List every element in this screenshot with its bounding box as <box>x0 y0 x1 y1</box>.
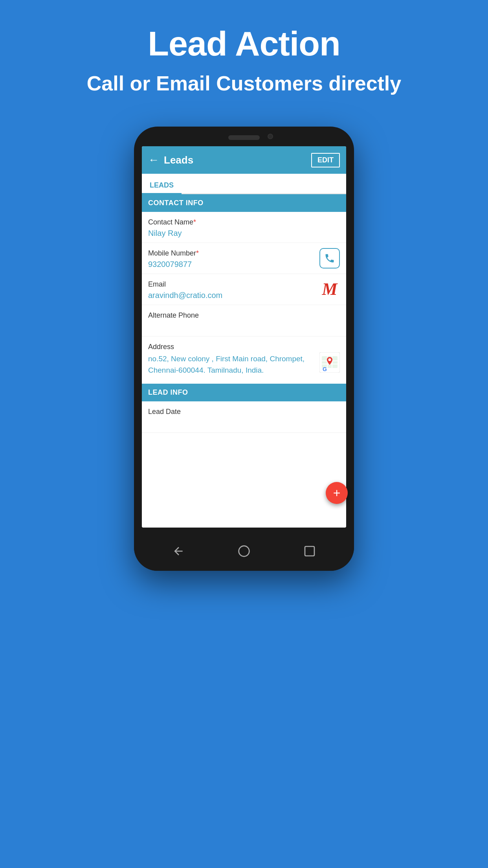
email-action[interactable]: M <box>319 279 340 300</box>
maps-action[interactable]: G <box>319 352 340 373</box>
mobile-number-field: Mobile Number* 9320079877 <box>142 243 346 274</box>
scroll-content: CONTACT INFO Contact Name* Nilay Ray Mob… <box>142 194 346 528</box>
email-field: Email aravindh@cratio.com M <box>142 274 346 305</box>
mobile-number-label: Mobile Number* <box>148 249 340 257</box>
nav-back-icon <box>172 545 185 557</box>
page-title: Lead Action <box>148 24 340 64</box>
fab-button[interactable]: + <box>326 482 348 504</box>
lead-info-header: LEAD INFO <box>142 384 346 401</box>
phone-screen: ← Leads EDIT LEADS CONTACT INFO Contact … <box>142 146 346 528</box>
phone-camera <box>268 134 273 139</box>
maps-icon[interactable]: G <box>319 352 340 373</box>
tabs-bar: LEADS <box>142 174 346 194</box>
svg-rect-9 <box>305 546 314 556</box>
app-bar-title: Leads <box>164 154 311 166</box>
edit-button[interactable]: EDIT <box>311 153 340 167</box>
email-label: Email <box>148 280 340 289</box>
alternate-phone-label: Alternate Phone <box>148 311 340 320</box>
phone-speaker <box>228 135 260 140</box>
plus-icon: + <box>333 486 341 500</box>
nav-home-button[interactable] <box>235 542 253 560</box>
call-button[interactable] <box>319 248 340 268</box>
address-field: Address no.52, New colony , First Main r… <box>142 337 346 384</box>
lead-date-label: Lead Date <box>148 408 340 416</box>
phone-device: ▾ ▮ 12:00 ← Leads EDIT LEADS CONTACT INF… <box>134 127 354 571</box>
contact-name-field: Contact Name* Nilay Ray <box>142 212 346 243</box>
app-bar: ← Leads EDIT <box>142 146 346 174</box>
contact-name-label: Contact Name* <box>148 218 340 226</box>
address-label: Address <box>148 343 340 351</box>
contact-name-value: Nilay Ray <box>148 229 340 238</box>
call-action[interactable] <box>319 248 340 268</box>
nav-recent-button[interactable] <box>301 542 318 560</box>
nav-home-icon <box>238 545 250 557</box>
lead-date-value <box>148 418 340 428</box>
address-value: no.52, New colony , First Main road, Chr… <box>148 353 340 376</box>
back-button[interactable]: ← <box>148 154 159 166</box>
bottom-nav <box>134 531 354 571</box>
alternate-phone-field: Alternate Phone <box>142 305 346 337</box>
mobile-number-value: 9320079877 <box>148 260 340 269</box>
page-subtitle: Call or Email Customers directly <box>87 72 402 95</box>
svg-point-6 <box>328 359 331 361</box>
nav-back-button[interactable] <box>170 542 187 560</box>
svg-text:G: G <box>323 366 327 372</box>
gmail-icon[interactable]: M <box>322 281 337 298</box>
svg-point-8 <box>239 546 250 557</box>
lead-date-field: Lead Date <box>142 401 346 433</box>
email-value: aravindh@cratio.com <box>148 291 340 300</box>
tab-leads[interactable]: LEADS <box>142 181 182 193</box>
phone-body: ▾ ▮ 12:00 ← Leads EDIT LEADS CONTACT INF… <box>134 127 354 571</box>
contact-info-header: CONTACT INFO <box>142 194 346 212</box>
alternate-phone-value <box>148 322 340 331</box>
nav-recent-icon <box>303 545 316 557</box>
